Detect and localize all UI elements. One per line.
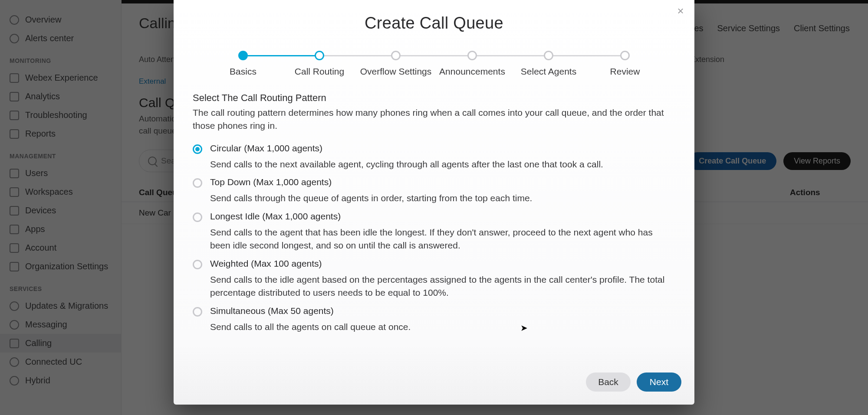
routing-option-top-down[interactable]: Top Down (Max 1,000 agents) Send calls t… xyxy=(193,177,675,205)
option-description: Send calls through the queue of agents i… xyxy=(210,192,532,205)
routing-option-circular[interactable]: Circular (Max 1,000 agents) Send calls t… xyxy=(193,143,675,171)
option-description: Send calls to the agent that has been id… xyxy=(210,226,670,252)
step-dot-icon xyxy=(467,51,477,60)
step-dot-icon xyxy=(315,51,324,60)
option-description: Send calls to the next available agent, … xyxy=(210,158,603,171)
step-connector xyxy=(401,55,469,56)
radio-weighted[interactable] xyxy=(193,260,202,269)
step-connector xyxy=(324,55,393,56)
step-dot-icon xyxy=(238,51,248,60)
modal-title: Create Call Queue xyxy=(185,14,683,33)
option-title: Top Down (Max 1,000 agents) xyxy=(210,177,532,187)
step-label: Review xyxy=(610,66,640,77)
close-button[interactable]: × xyxy=(674,5,687,17)
radio-top-down[interactable] xyxy=(193,178,202,188)
option-title: Circular (Max 1,000 agents) xyxy=(210,143,603,154)
routing-option-longest-idle[interactable]: Longest Idle (Max 1,000 agents) Send cal… xyxy=(193,211,675,252)
step-connector xyxy=(553,55,622,56)
step-connector xyxy=(477,55,546,56)
modal-overlay: × Create Call Queue Basics Call Routing … xyxy=(0,0,868,415)
modal-actions: Back Next xyxy=(185,373,683,392)
option-description: Send calls to all the agents on call que… xyxy=(210,320,411,333)
back-button[interactable]: Back xyxy=(586,373,631,392)
step-label: Announcements xyxy=(439,66,505,77)
step-connector xyxy=(248,55,316,56)
next-button[interactable]: Next xyxy=(637,373,681,392)
step-dot-icon xyxy=(620,51,630,60)
step-announcements[interactable]: Announcements xyxy=(434,51,510,77)
radio-longest-idle[interactable] xyxy=(193,212,202,222)
step-label: Basics xyxy=(230,66,256,77)
option-title: Weighted (Max 100 agents) xyxy=(210,258,670,269)
routing-option-simultaneous[interactable]: Simultaneous (Max 50 agents) Send calls … xyxy=(193,306,675,333)
step-basics[interactable]: Basics xyxy=(205,51,281,77)
step-select-agents[interactable]: Select Agents xyxy=(510,51,587,77)
form-subheading: The call routing pattern determines how … xyxy=(193,106,675,133)
radio-simultaneous[interactable] xyxy=(193,307,202,317)
option-title: Simultaneous (Max 50 agents) xyxy=(210,306,411,316)
step-call-routing[interactable]: Call Routing xyxy=(281,51,358,77)
form-heading: Select The Call Routing Pattern xyxy=(193,92,675,104)
step-overflow-settings[interactable]: Overflow Settings xyxy=(358,51,434,77)
step-label: Overflow Settings xyxy=(360,66,432,77)
step-dot-icon xyxy=(544,51,553,60)
option-title: Longest Idle (Max 1,000 agents) xyxy=(210,211,670,222)
create-call-queue-modal: × Create Call Queue Basics Call Routing … xyxy=(174,0,694,405)
wizard-stepper: Basics Call Routing Overflow Settings An… xyxy=(205,51,663,77)
step-review[interactable]: Review xyxy=(587,51,663,77)
radio-circular[interactable] xyxy=(193,144,202,154)
step-label: Call Routing xyxy=(295,66,344,77)
option-description: Send calls to the idle agent based on th… xyxy=(210,273,670,300)
step-dot-icon xyxy=(391,51,401,60)
routing-option-weighted[interactable]: Weighted (Max 100 agents) Send calls to … xyxy=(193,258,675,300)
step-label: Select Agents xyxy=(521,66,576,77)
routing-form: Select The Call Routing Pattern The call… xyxy=(185,89,683,333)
